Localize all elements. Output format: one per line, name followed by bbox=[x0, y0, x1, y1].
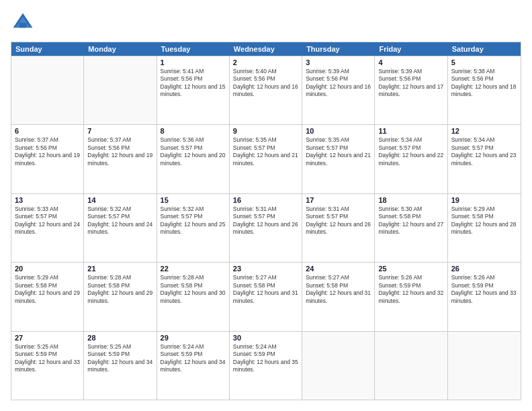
day-info: Sunrise: 5:39 AM Sunset: 5:56 PM Dayligh… bbox=[378, 68, 443, 99]
weekday-header-sunday: Sunday bbox=[11, 42, 84, 56]
day-number: 29 bbox=[161, 334, 226, 342]
calendar-day-empty bbox=[448, 332, 521, 400]
header bbox=[11, 11, 521, 35]
day-number: 23 bbox=[233, 265, 298, 273]
calendar-day-empty bbox=[84, 56, 157, 124]
calendar-week-4: 20Sunrise: 5:29 AM Sunset: 5:58 PM Dayli… bbox=[11, 262, 521, 330]
day-info: Sunrise: 5:35 AM Sunset: 5:57 PM Dayligh… bbox=[306, 136, 371, 167]
day-info: Sunrise: 5:32 AM Sunset: 5:57 PM Dayligh… bbox=[161, 205, 226, 236]
day-info: Sunrise: 5:28 AM Sunset: 5:58 PM Dayligh… bbox=[87, 274, 152, 305]
weekday-header-monday: Monday bbox=[84, 42, 157, 56]
calendar-day-30: 30Sunrise: 5:24 AM Sunset: 5:59 PM Dayli… bbox=[230, 332, 302, 400]
day-number: 11 bbox=[378, 127, 443, 135]
day-info: Sunrise: 5:24 AM Sunset: 5:59 PM Dayligh… bbox=[233, 343, 298, 374]
day-info: Sunrise: 5:24 AM Sunset: 5:59 PM Dayligh… bbox=[161, 343, 226, 374]
day-number: 13 bbox=[15, 196, 80, 204]
day-info: Sunrise: 5:38 AM Sunset: 5:56 PM Dayligh… bbox=[451, 68, 517, 99]
day-info: Sunrise: 5:28 AM Sunset: 5:58 PM Dayligh… bbox=[161, 274, 226, 305]
day-number: 15 bbox=[161, 196, 226, 204]
day-number: 25 bbox=[378, 265, 443, 273]
day-number: 16 bbox=[233, 196, 298, 204]
day-info: Sunrise: 5:26 AM Sunset: 5:59 PM Dayligh… bbox=[451, 274, 517, 305]
weekday-header-friday: Friday bbox=[375, 42, 447, 56]
logo-icon bbox=[11, 11, 35, 35]
calendar-day-empty bbox=[11, 56, 84, 124]
calendar-day-12: 12Sunrise: 5:34 AM Sunset: 5:57 PM Dayli… bbox=[448, 125, 521, 193]
day-number: 12 bbox=[451, 127, 517, 135]
day-number: 10 bbox=[306, 127, 371, 135]
day-info: Sunrise: 5:25 AM Sunset: 5:59 PM Dayligh… bbox=[15, 343, 80, 374]
calendar-day-7: 7Sunrise: 5:37 AM Sunset: 5:56 PM Daylig… bbox=[84, 125, 157, 193]
calendar-day-21: 21Sunrise: 5:28 AM Sunset: 5:58 PM Dayli… bbox=[84, 263, 157, 330]
day-info: Sunrise: 5:35 AM Sunset: 5:57 PM Dayligh… bbox=[233, 136, 298, 167]
day-number: 7 bbox=[87, 127, 152, 135]
day-info: Sunrise: 5:37 AM Sunset: 5:56 PM Dayligh… bbox=[87, 136, 152, 167]
day-number: 20 bbox=[15, 265, 80, 273]
calendar-week-2: 6Sunrise: 5:37 AM Sunset: 5:56 PM Daylig… bbox=[11, 124, 521, 193]
calendar-day-20: 20Sunrise: 5:29 AM Sunset: 5:58 PM Dayli… bbox=[11, 263, 84, 330]
day-number: 27 bbox=[15, 334, 80, 342]
calendar-body: 1Sunrise: 5:41 AM Sunset: 5:56 PM Daylig… bbox=[11, 56, 521, 400]
weekday-header-wednesday: Wednesday bbox=[230, 42, 302, 56]
calendar-day-6: 6Sunrise: 5:37 AM Sunset: 5:56 PM Daylig… bbox=[11, 125, 84, 193]
weekday-header-saturday: Saturday bbox=[448, 42, 521, 56]
calendar-day-5: 5Sunrise: 5:38 AM Sunset: 5:56 PM Daylig… bbox=[448, 56, 521, 124]
calendar-day-1: 1Sunrise: 5:41 AM Sunset: 5:56 PM Daylig… bbox=[157, 56, 230, 124]
day-info: Sunrise: 5:39 AM Sunset: 5:56 PM Dayligh… bbox=[306, 68, 371, 99]
day-info: Sunrise: 5:41 AM Sunset: 5:56 PM Dayligh… bbox=[161, 68, 226, 99]
day-number: 4 bbox=[378, 58, 443, 66]
day-info: Sunrise: 5:34 AM Sunset: 5:57 PM Dayligh… bbox=[451, 136, 517, 167]
day-number: 1 bbox=[161, 58, 226, 66]
day-number: 19 bbox=[451, 196, 517, 204]
day-info: Sunrise: 5:25 AM Sunset: 5:59 PM Dayligh… bbox=[87, 343, 152, 374]
calendar-day-3: 3Sunrise: 5:39 AM Sunset: 5:56 PM Daylig… bbox=[302, 56, 375, 124]
calendar-week-5: 27Sunrise: 5:25 AM Sunset: 5:59 PM Dayli… bbox=[11, 331, 521, 400]
day-number: 26 bbox=[451, 265, 517, 273]
calendar-day-8: 8Sunrise: 5:36 AM Sunset: 5:57 PM Daylig… bbox=[157, 125, 230, 193]
day-info: Sunrise: 5:26 AM Sunset: 5:59 PM Dayligh… bbox=[378, 274, 443, 305]
day-number: 21 bbox=[87, 265, 152, 273]
day-info: Sunrise: 5:40 AM Sunset: 5:56 PM Dayligh… bbox=[233, 68, 298, 99]
weekday-header-thursday: Thursday bbox=[302, 42, 375, 56]
calendar-day-23: 23Sunrise: 5:27 AM Sunset: 5:58 PM Dayli… bbox=[230, 263, 302, 330]
day-info: Sunrise: 5:34 AM Sunset: 5:57 PM Dayligh… bbox=[378, 136, 443, 167]
day-info: Sunrise: 5:27 AM Sunset: 5:58 PM Dayligh… bbox=[306, 274, 371, 305]
svg-rect-2 bbox=[19, 23, 27, 28]
calendar-day-16: 16Sunrise: 5:31 AM Sunset: 5:57 PM Dayli… bbox=[230, 194, 302, 262]
day-number: 5 bbox=[451, 58, 517, 66]
weekday-header-tuesday: Tuesday bbox=[157, 42, 230, 56]
calendar-day-14: 14Sunrise: 5:32 AM Sunset: 5:57 PM Dayli… bbox=[84, 194, 157, 262]
calendar-day-empty bbox=[302, 332, 375, 400]
calendar-day-4: 4Sunrise: 5:39 AM Sunset: 5:56 PM Daylig… bbox=[375, 56, 447, 124]
calendar-day-15: 15Sunrise: 5:32 AM Sunset: 5:57 PM Dayli… bbox=[157, 194, 230, 262]
calendar-day-17: 17Sunrise: 5:31 AM Sunset: 5:57 PM Dayli… bbox=[302, 194, 375, 262]
day-number: 17 bbox=[306, 196, 371, 204]
calendar-week-3: 13Sunrise: 5:33 AM Sunset: 5:57 PM Dayli… bbox=[11, 193, 521, 262]
page: SundayMondayTuesdayWednesdayThursdayFrid… bbox=[0, 0, 532, 411]
calendar-day-28: 28Sunrise: 5:25 AM Sunset: 5:59 PM Dayli… bbox=[84, 332, 157, 400]
calendar-day-25: 25Sunrise: 5:26 AM Sunset: 5:59 PM Dayli… bbox=[375, 263, 447, 330]
day-number: 2 bbox=[233, 58, 298, 66]
day-number: 9 bbox=[233, 127, 298, 135]
day-number: 28 bbox=[87, 334, 152, 342]
day-number: 14 bbox=[87, 196, 152, 204]
logo bbox=[11, 11, 39, 35]
day-info: Sunrise: 5:27 AM Sunset: 5:58 PM Dayligh… bbox=[233, 274, 298, 305]
calendar-header: SundayMondayTuesdayWednesdayThursdayFrid… bbox=[11, 42, 521, 56]
day-number: 3 bbox=[306, 58, 371, 66]
day-number: 22 bbox=[161, 265, 226, 273]
calendar-day-10: 10Sunrise: 5:35 AM Sunset: 5:57 PM Dayli… bbox=[302, 125, 375, 193]
calendar-day-27: 27Sunrise: 5:25 AM Sunset: 5:59 PM Dayli… bbox=[11, 332, 84, 400]
day-info: Sunrise: 5:33 AM Sunset: 5:57 PM Dayligh… bbox=[15, 205, 80, 236]
calendar-day-22: 22Sunrise: 5:28 AM Sunset: 5:58 PM Dayli… bbox=[157, 263, 230, 330]
calendar-day-24: 24Sunrise: 5:27 AM Sunset: 5:58 PM Dayli… bbox=[302, 263, 375, 330]
calendar-week-1: 1Sunrise: 5:41 AM Sunset: 5:56 PM Daylig… bbox=[11, 56, 521, 124]
day-number: 18 bbox=[378, 196, 443, 204]
day-info: Sunrise: 5:29 AM Sunset: 5:58 PM Dayligh… bbox=[15, 274, 80, 305]
day-info: Sunrise: 5:31 AM Sunset: 5:57 PM Dayligh… bbox=[306, 205, 371, 236]
day-number: 8 bbox=[161, 127, 226, 135]
day-info: Sunrise: 5:29 AM Sunset: 5:58 PM Dayligh… bbox=[451, 205, 517, 236]
calendar-day-11: 11Sunrise: 5:34 AM Sunset: 5:57 PM Dayli… bbox=[375, 125, 447, 193]
calendar-day-19: 19Sunrise: 5:29 AM Sunset: 5:58 PM Dayli… bbox=[448, 194, 521, 262]
day-number: 30 bbox=[233, 334, 298, 342]
